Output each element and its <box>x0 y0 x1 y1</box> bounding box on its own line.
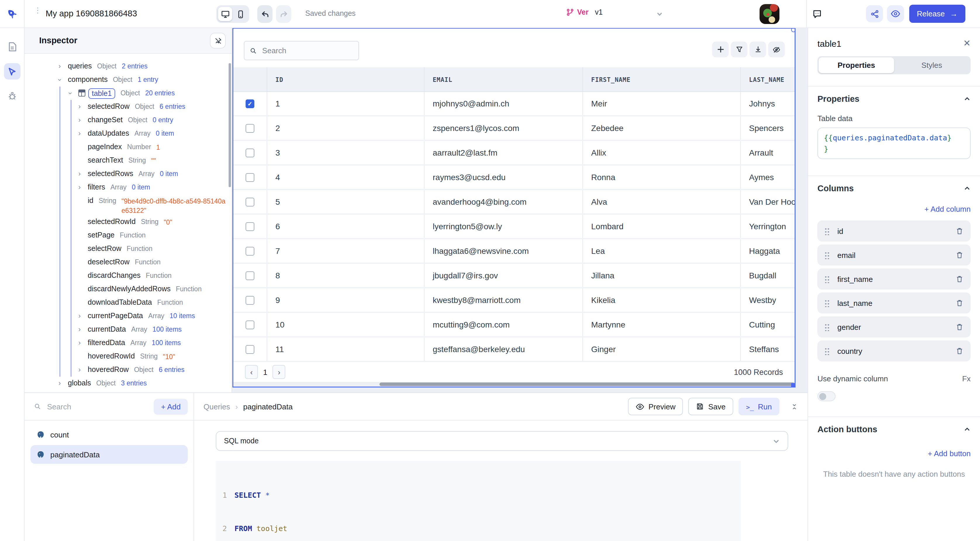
app-logo[interactable] <box>0 0 25 27</box>
row-checkbox[interactable] <box>246 320 255 329</box>
cell-first-name[interactable]: Jillana <box>583 264 741 287</box>
cell-first-name[interactable]: Allix <box>583 141 741 164</box>
cell-last-name[interactable]: Haggata <box>741 239 795 263</box>
column-item[interactable]: email <box>818 245 970 266</box>
cell-email[interactable]: jbugdall7@irs.gov <box>425 264 583 287</box>
hide-columns-button[interactable] <box>768 41 785 57</box>
chevron-up-icon[interactable] <box>964 426 970 433</box>
row-checkbox[interactable] <box>246 124 255 132</box>
row-checkbox[interactable] <box>246 99 255 108</box>
column-header[interactable]: EMAIL <box>425 67 583 91</box>
row-checkbox-cell[interactable] <box>233 264 267 287</box>
chevron-icon[interactable] <box>75 127 84 140</box>
cell-last-name[interactable]: Spencers <box>741 116 795 140</box>
query-search-input[interactable] <box>46 401 150 411</box>
cell-first-name[interactable]: Meir <box>583 92 741 115</box>
table-row[interactable]: 4 raymes3@ucsd.edu Ronna Aymes <box>233 165 795 190</box>
row-checkbox-cell[interactable] <box>233 141 267 164</box>
breadcrumb-root[interactable]: Queries <box>204 402 230 411</box>
cell-first-name[interactable]: Martynne <box>583 313 741 336</box>
column-item[interactable]: last_name <box>818 293 970 313</box>
sql-editor[interactable]: 1SELECT * 2FROM tooljet 3ORDER BY id 4LI… <box>216 461 741 541</box>
fx-button[interactable]: Fx <box>962 374 970 383</box>
inspector-tree-item[interactable]: hoveredRowId String "10" <box>25 350 232 363</box>
close-icon[interactable]: ✕ <box>963 38 970 49</box>
chevron-icon[interactable] <box>75 309 84 323</box>
chevron-icon[interactable] <box>75 100 84 113</box>
pages-button[interactable] <box>4 38 20 55</box>
column-header[interactable]: LAST_NAME <box>741 67 795 91</box>
cell-first-name[interactable]: Ronna <box>583 165 741 189</box>
inspector-tree-item[interactable]: selectedRowId String "0" <box>25 215 232 229</box>
cell-first-name[interactable]: Lea <box>583 239 741 263</box>
chevron-icon[interactable] <box>75 363 84 377</box>
chevron-icon[interactable] <box>75 113 84 127</box>
add-action-button[interactable]: + Add button <box>818 449 970 458</box>
inspector-tree-item[interactable]: globals Object 3 entries <box>25 377 232 390</box>
trash-icon[interactable] <box>955 323 964 331</box>
cell-last-name[interactable]: Aymes <box>741 165 795 189</box>
cell-last-name[interactable]: Cutting <box>741 313 795 336</box>
chevron-up-icon[interactable] <box>964 95 970 102</box>
inspector-tree-item[interactable]: downloadTableData Function <box>25 296 232 309</box>
trash-icon[interactable] <box>955 275 964 283</box>
table-row[interactable]: 10 mcutting9@com.com Martynne Cutting <box>233 313 795 337</box>
inspector-tree-item[interactable]: pageIndex Number 1 <box>25 140 232 154</box>
row-checkbox-cell[interactable] <box>233 116 267 140</box>
row-checkbox-cell[interactable] <box>233 288 267 312</box>
cell-email[interactable]: lhaggata6@newsvine.com <box>425 239 583 263</box>
inspector-tree-item[interactable]: selectedRow Object 6 entries <box>25 100 232 113</box>
debugger-button[interactable] <box>4 88 20 104</box>
chevron-down-icon[interactable] <box>656 11 663 18</box>
chevron-icon[interactable] <box>75 336 84 350</box>
row-checkbox-cell[interactable] <box>233 190 267 213</box>
scrollbar-thumb[interactable] <box>379 382 795 386</box>
cell-email[interactable]: mcutting9@com.com <box>425 313 583 336</box>
cell-id[interactable]: 4 <box>267 165 425 189</box>
inspector-tree-item[interactable]: dataUpdates Array 0 item <box>25 127 232 140</box>
inspector-tree-item[interactable]: queries Object 2 entries <box>25 60 232 73</box>
column-item[interactable]: first_name <box>818 269 970 290</box>
cell-id[interactable]: 1 <box>267 92 425 115</box>
drag-handle-icon[interactable] <box>824 323 830 331</box>
chevron-icon[interactable] <box>55 377 64 390</box>
run-button[interactable]: Run <box>738 398 780 415</box>
query-mode-select[interactable]: SQL mode <box>216 431 788 451</box>
drag-handle-icon[interactable] <box>824 251 830 259</box>
cell-last-name[interactable]: Johnys <box>741 92 795 115</box>
cell-id[interactable]: 6 <box>267 215 425 238</box>
cell-id[interactable]: 2 <box>267 116 425 140</box>
inspector-tree-item[interactable]: filteredData Array 100 items <box>25 336 232 350</box>
chevron-icon[interactable] <box>55 73 64 87</box>
cell-last-name[interactable]: Van Der Hoog <box>741 190 795 213</box>
release-button[interactable]: Release <box>909 5 965 23</box>
inspector-tree-item[interactable]: changeSet Object 0 entry <box>25 113 232 127</box>
column-item[interactable]: country <box>818 341 970 361</box>
inspector-tree-item[interactable]: id String "9be4d9c0-dffb-4b8c-a549-85140… <box>25 194 232 215</box>
column-header[interactable]: FIRST_NAME <box>583 67 741 91</box>
table-row[interactable]: 5 avanderhoog4@bing.com Alva Van Der Hoo… <box>233 190 795 215</box>
cell-email[interactable]: zspencers1@lycos.com <box>425 116 583 140</box>
chevron-up-icon[interactable] <box>964 185 970 192</box>
row-checkbox[interactable] <box>246 222 255 231</box>
cell-first-name[interactable]: Ginger <box>583 337 741 361</box>
cell-id[interactable]: 11 <box>267 337 425 361</box>
cell-email[interactable]: aarrault2@last.fm <box>425 141 583 164</box>
query-list-item[interactable]: count <box>30 425 188 444</box>
row-checkbox-cell[interactable] <box>233 165 267 189</box>
cell-id[interactable]: 10 <box>267 313 425 336</box>
cell-first-name[interactable]: Alva <box>583 190 741 213</box>
row-checkbox-cell[interactable] <box>233 239 267 263</box>
avatar[interactable] <box>760 4 780 24</box>
inspector-tree-item[interactable]: filters Array 0 item <box>25 181 232 194</box>
inspector-tree-item[interactable]: currentData Array 100 items <box>25 323 232 336</box>
cell-email[interactable]: kwestby8@marriott.com <box>425 288 583 312</box>
row-checkbox-cell[interactable] <box>233 313 267 336</box>
query-search[interactable] <box>34 401 150 411</box>
cell-first-name[interactable]: Kikelia <box>583 288 741 312</box>
mobile-toggle-button[interactable] <box>233 7 247 21</box>
cell-last-name[interactable]: Bugdall <box>741 264 795 287</box>
cell-id[interactable]: 8 <box>267 264 425 287</box>
row-checkbox[interactable] <box>246 271 255 280</box>
tab-properties[interactable]: Properties <box>819 57 894 73</box>
